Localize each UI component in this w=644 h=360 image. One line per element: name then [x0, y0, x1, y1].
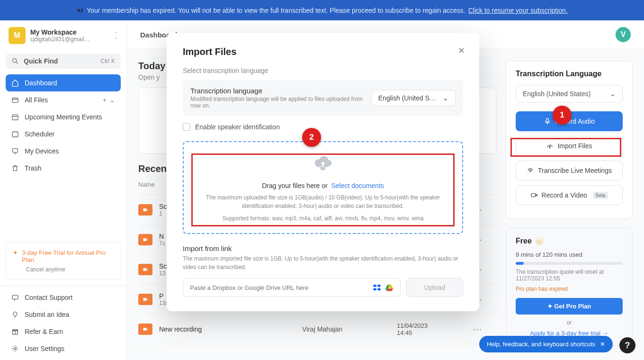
workspace-email: cjdigitals2831@gmail… — [30, 36, 109, 43]
video-icon — [530, 191, 538, 199]
usage-panel: Free👑 9 mins of 120 mins used The transc… — [506, 227, 633, 346]
dropzone-text: Drag your files here or Select documents — [194, 182, 452, 189]
row-more-button[interactable]: ⋯ — [473, 324, 496, 335]
search-icon — [11, 57, 19, 65]
annotation-2: 2 — [302, 128, 321, 147]
svg-rect-2 — [12, 98, 18, 102]
svg-rect-21 — [546, 118, 548, 122]
beta-badge: Beta — [593, 192, 608, 199]
svg-point-11 — [13, 312, 17, 316]
quick-find-label: Quick Find — [24, 57, 58, 65]
chevron-down-icon: ⌄ — [443, 94, 448, 102]
modal-lang-select[interactable]: English (United S… ⌄ — [371, 90, 456, 106]
recording-icon — [138, 204, 152, 216]
trial-card[interactable]: ✦ 3-day Free Trial for Annual Pro Plan C… — [6, 242, 121, 280]
chat-icon — [11, 294, 19, 301]
nav-refer-earn[interactable]: Refer & Earn — [6, 323, 121, 340]
banner-text: Your membership has expired. You will no… — [87, 7, 465, 14]
import-files-modal: Import Files ✕ Select transcription lang… — [167, 33, 479, 311]
nav-dashboard[interactable]: Dashboard — [6, 74, 121, 91]
footer-nav: Contact Support Submit an Idea Refer & E… — [0, 286, 126, 360]
chevron-updown-icon: ⌃⌄ — [114, 32, 118, 39]
nav-submit-idea[interactable]: Submit an Idea — [6, 306, 121, 323]
svg-rect-19 — [143, 298, 147, 301]
svg-rect-10 — [12, 295, 18, 299]
upload-button[interactable]: Upload — [406, 278, 463, 297]
chevron-down-icon[interactable]: ⌄ — [109, 96, 115, 104]
link-url-input[interactable] — [190, 284, 373, 291]
quick-find[interactable]: Quick Find CtrlK — [6, 54, 121, 69]
nav-my-devices[interactable]: My Devices — [6, 143, 121, 160]
main-nav: Dashboard All Files +⌄ Upcoming Meeting … — [0, 72, 126, 180]
crown-icon: 👑 — [535, 236, 544, 245]
gdrive-icon — [385, 283, 394, 292]
membership-banner: Your membership has expired. You will no… — [0, 0, 644, 20]
cloud-upload-icon — [194, 154, 452, 173]
nav-contact-support[interactable]: Contact Support — [6, 289, 121, 306]
recording-icon — [138, 264, 152, 275]
import-link-title: Import from link — [183, 244, 463, 252]
import-link-sub: The maximum imported file size is 1GB. U… — [183, 254, 463, 271]
nav-upcoming-events[interactable]: Upcoming Meeting Events — [6, 108, 121, 126]
expired-text: Pro plan has expired — [516, 286, 623, 292]
banner-link[interactable]: Click to resume your subscription. — [468, 7, 568, 14]
sparkle-icon: ✦ — [13, 249, 18, 263]
svg-point-15 — [14, 348, 16, 350]
workspace-avatar: M — [9, 27, 26, 44]
speaker-id-checkbox[interactable]: Enable speaker identification — [183, 123, 463, 131]
dropzone[interactable]: Drag your files here or Select documents… — [183, 141, 463, 234]
lang-box: Transcription language Modified transcri… — [183, 80, 463, 116]
plus-icon[interactable]: + — [103, 96, 107, 104]
lang-panel-title: Transcription Language — [516, 70, 623, 78]
chevron-down-icon: ⌄ — [610, 90, 616, 98]
usage-progress — [516, 262, 623, 265]
svg-point-0 — [13, 59, 17, 63]
svg-point-22 — [529, 170, 531, 171]
workspace-switcher[interactable]: M My Workspace cjdigitals2831@gmail… ⌃⌄ — [0, 20, 126, 51]
table-row[interactable]: New recording Viraj Mahajan 11/04/202314… — [138, 315, 496, 344]
close-icon[interactable]: ✕ — [458, 45, 465, 56]
nav-trash[interactable]: Trash — [6, 160, 121, 177]
help-pill[interactable]: Help, feedback, and keyboard shortcuts ✕ — [479, 336, 613, 352]
upload-icon — [546, 142, 554, 150]
scheduler-icon — [11, 130, 19, 138]
annotation-1: 1 — [553, 106, 572, 125]
select-documents-link[interactable]: Select documents — [331, 182, 384, 189]
broadcast-icon — [527, 167, 534, 174]
plan-name: Free👑 — [516, 236, 623, 245]
transcribe-live-button[interactable]: Transcribe Live Meetings — [516, 161, 623, 180]
svg-rect-8 — [13, 149, 18, 153]
recording-icon — [138, 234, 152, 245]
sidebar: M My Workspace cjdigitals2831@gmail… ⌃⌄ … — [0, 20, 127, 360]
folder-icon — [11, 96, 19, 104]
mic-icon — [544, 117, 551, 125]
svg-rect-16 — [143, 208, 147, 211]
gear-icon — [11, 345, 19, 352]
usage-note: The transcription quote will reset at 11… — [516, 269, 623, 282]
usage-text: 9 mins of 120 mins used — [516, 251, 623, 258]
svg-rect-3 — [12, 115, 18, 120]
nav-scheduler[interactable]: Scheduler — [6, 126, 121, 143]
svg-line-1 — [16, 62, 18, 63]
gift-icon — [11, 328, 19, 335]
get-pro-button[interactable]: ✦ Get Pro Plan — [516, 298, 623, 315]
recording-icon — [138, 324, 152, 335]
device-icon — [11, 147, 19, 155]
svg-rect-23 — [531, 194, 536, 197]
lang-select[interactable]: English (United States) ⌄ — [516, 85, 623, 103]
link-input-wrapper — [183, 278, 401, 297]
help-button[interactable]: ? — [619, 337, 635, 353]
import-files-button[interactable]: Import Files — [516, 136, 623, 156]
dropbox-icon — [373, 283, 381, 292]
svg-rect-5 — [12, 132, 18, 137]
modal-step-label: Select transcription language — [183, 67, 463, 74]
modal-title: Import Files — [183, 46, 463, 57]
record-video-button[interactable]: Record a Video Beta — [516, 185, 623, 205]
svg-rect-18 — [143, 268, 147, 271]
nav-all-files[interactable]: All Files +⌄ — [6, 91, 121, 108]
svg-rect-17 — [143, 238, 147, 241]
close-icon[interactable]: ✕ — [600, 341, 605, 348]
nav-user-settings[interactable]: User Settings — [6, 340, 121, 357]
recording-icon — [138, 294, 152, 305]
user-avatar[interactable]: V — [616, 27, 631, 42]
